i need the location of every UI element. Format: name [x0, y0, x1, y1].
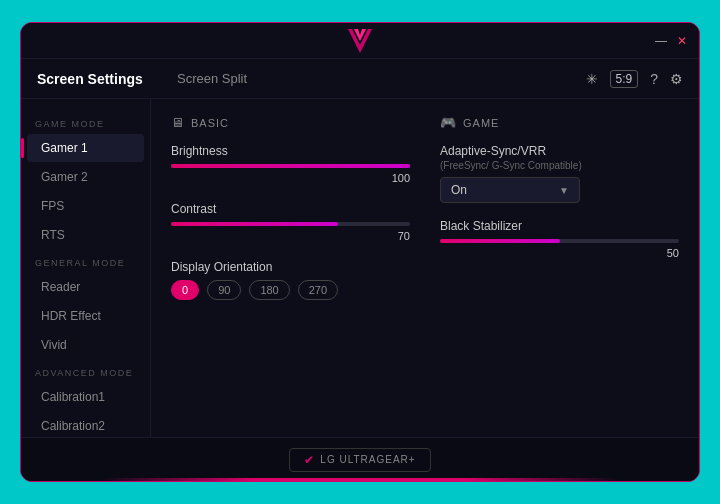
black-stabilizer-control: Black Stabilizer 50 — [440, 219, 679, 261]
sidebar-item-hdr[interactable]: HDR Effect — [27, 302, 144, 330]
sidebar-item-fps[interactable]: FPS — [27, 192, 144, 220]
sidebar-item-label: Gamer 2 — [41, 170, 88, 184]
game-mode-label: GAME MODE — [21, 111, 150, 133]
orientation-control: Display Orientation 0 90 180 270 — [171, 260, 410, 300]
dropdown-value: On — [451, 183, 467, 197]
black-stabilizer-value: 50 — [667, 247, 679, 259]
orient-0-button[interactable]: 0 — [171, 280, 199, 300]
game-section-header: 🎮 GAME — [440, 115, 679, 130]
titlebar: — ✕ — [21, 23, 699, 59]
orientation-label: Display Orientation — [171, 260, 410, 274]
sidebar-item-label: Calibration2 — [41, 419, 105, 433]
main-window: — ✕ Screen Settings Screen Split ✳ 5:9 ?… — [20, 22, 700, 482]
check-icon: ✔ — [304, 453, 314, 467]
brightness-label: Brightness — [171, 144, 410, 158]
bottom-bar: ✔ LG ULTRAGEAR+ — [21, 437, 699, 481]
sidebar-item-gamer1[interactable]: Gamer 1 — [27, 134, 144, 162]
brightness-control: Brightness 100 — [171, 144, 410, 186]
contrast-label: Contrast — [171, 202, 410, 216]
gamepad-icon: 🎮 — [440, 115, 457, 130]
contrast-value: 70 — [398, 230, 410, 242]
advanced-mode-label: ADVANCED MODE — [21, 360, 150, 382]
sidebar-item-label: Reader — [41, 280, 80, 294]
orient-90-button[interactable]: 90 — [207, 280, 241, 300]
brightness-fill — [171, 164, 410, 168]
contrast-track[interactable] — [171, 222, 410, 226]
page-title: Screen Settings — [37, 71, 157, 87]
basic-column: 🖥 BASIC Brightness 100 — [171, 115, 410, 316]
orient-270-button[interactable]: 270 — [298, 280, 338, 300]
logo-icon — [340, 25, 380, 57]
brightness-track[interactable] — [171, 164, 410, 168]
contrast-slider-row — [171, 222, 410, 226]
chevron-down-icon: ▼ — [559, 185, 569, 196]
sidebar-item-cal2[interactable]: Calibration2 — [27, 412, 144, 437]
sidebar-item-label: FPS — [41, 199, 64, 213]
contrast-control: Contrast 70 — [171, 202, 410, 244]
sidebar-item-vivid[interactable]: Vivid — [27, 331, 144, 359]
sidebar-item-label: Gamer 1 — [41, 141, 88, 155]
orient-180-button[interactable]: 180 — [249, 280, 289, 300]
header-right: ✳ 5:9 ? ⚙ — [586, 70, 683, 88]
minimize-button[interactable]: — — [655, 34, 667, 48]
ultragear-badge: ✔ LG ULTRAGEAR+ — [289, 448, 430, 472]
black-stabilizer-fill — [440, 239, 560, 243]
basic-label: BASIC — [191, 117, 229, 129]
general-mode-label: GENERAL MODE — [21, 250, 150, 272]
sidebar-item-label: Calibration1 — [41, 390, 105, 404]
game-column: 🎮 GAME Adaptive-Sync/VRR (FreeSync/ G-Sy… — [440, 115, 679, 316]
sidebar-item-reader[interactable]: Reader — [27, 273, 144, 301]
question-icon[interactable]: ? — [650, 71, 658, 87]
sidebar-item-cal1[interactable]: Calibration1 — [27, 383, 144, 411]
ratio-badge: 5:9 — [610, 70, 639, 88]
sidebar-item-rts[interactable]: RTS — [27, 221, 144, 249]
contrast-fill — [171, 222, 338, 226]
content-area: 🖥 BASIC Brightness 100 — [151, 99, 699, 437]
snowflake-icon: ✳ — [586, 71, 598, 87]
main-body: GAME MODE Gamer 1 Gamer 2 FPS RTS GENERA… — [21, 99, 699, 437]
brightness-slider-row — [171, 164, 410, 168]
close-button[interactable]: ✕ — [677, 34, 687, 48]
basic-section-header: 🖥 BASIC — [171, 115, 410, 130]
sidebar-item-label: RTS — [41, 228, 65, 242]
game-label: GAME — [463, 117, 499, 129]
ultragear-label: LG ULTRAGEAR+ — [320, 454, 415, 465]
black-stabilizer-slider-row — [440, 239, 679, 243]
sidebar-item-label: Vivid — [41, 338, 67, 352]
screen-split-label[interactable]: Screen Split — [157, 71, 586, 86]
adaptive-sync-control: Adaptive-Sync/VRR (FreeSync/ G-Sync Comp… — [440, 144, 679, 203]
adaptive-sync-label: Adaptive-Sync/VRR — [440, 144, 679, 158]
logo — [340, 25, 380, 61]
sidebar-item-label: HDR Effect — [41, 309, 101, 323]
black-stabilizer-track[interactable] — [440, 239, 679, 243]
monitor-icon: 🖥 — [171, 115, 185, 130]
header-row: Screen Settings Screen Split ✳ 5:9 ? ⚙ — [21, 59, 699, 99]
orientation-buttons: 0 90 180 270 — [171, 280, 410, 300]
sidebar: GAME MODE Gamer 1 Gamer 2 FPS RTS GENERA… — [21, 99, 151, 437]
sidebar-item-gamer2[interactable]: Gamer 2 — [27, 163, 144, 191]
titlebar-controls: — ✕ — [655, 34, 687, 48]
black-stabilizer-label: Black Stabilizer — [440, 219, 679, 233]
brightness-value: 100 — [392, 172, 410, 184]
adaptive-sync-dropdown[interactable]: On ▼ — [440, 177, 580, 203]
adaptive-sync-sublabel: (FreeSync/ G-Sync Compatible) — [440, 160, 679, 171]
gear-icon[interactable]: ⚙ — [670, 71, 683, 87]
